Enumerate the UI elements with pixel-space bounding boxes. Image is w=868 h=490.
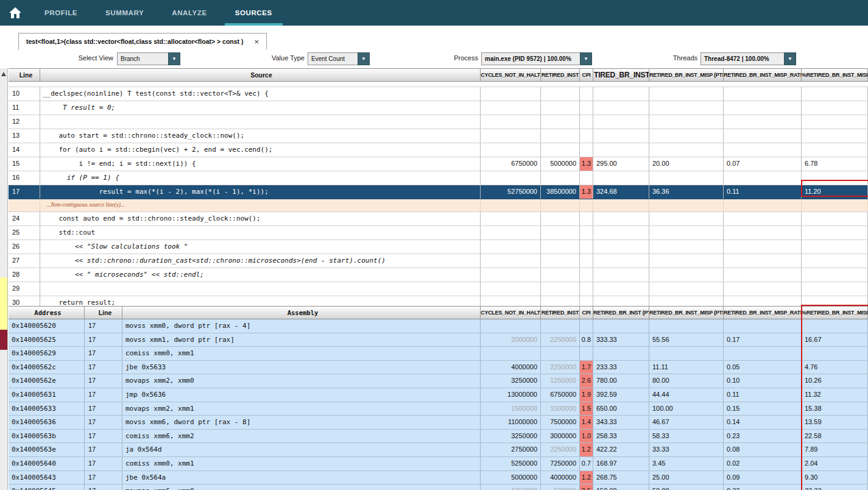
- metric-cell: [580, 199, 593, 211]
- col-header-c-brm[interactable]: RETIRED_BR_INST_MISP (PTI): [649, 69, 724, 82]
- asm-row[interactable]: 0x14000562c17jbe 0x5633400000022500001.7…: [9, 361, 868, 375]
- misp-ratio-value: [724, 347, 802, 360]
- source-row[interactable]: 16 if (P == 1) {: [9, 171, 868, 185]
- misp-pct-value: 33.33: [802, 485, 868, 490]
- col-header-a-addr[interactable]: Address: [9, 307, 85, 319]
- br-inst-value: 268.75: [593, 471, 649, 485]
- chevron-down-icon[interactable]: ▼: [580, 52, 592, 65]
- address-value: 0x14000562c: [9, 361, 85, 374]
- cycles-value: 2000000: [481, 333, 541, 347]
- col-header-c-bri[interactable]: TIRED_BR_INST (P: [593, 69, 649, 82]
- source-row[interactable]: 13 auto start = std::chrono::steady_cloc…: [9, 129, 868, 143]
- home-button[interactable]: [0, 0, 30, 26]
- noncontig-row[interactable]: ...Non-contiguous source line(s)...: [9, 199, 868, 212]
- nav-item-summary[interactable]: SUMMARY: [91, 0, 158, 26]
- nav-item-profile[interactable]: PROFILE: [30, 0, 91, 26]
- source-row[interactable]: 28 << " microseconds" << std::endl;: [9, 268, 868, 282]
- source-row[interactable]: 29: [9, 282, 868, 296]
- br-inst-value: [593, 101, 649, 115]
- line-number: 28: [9, 268, 40, 282]
- asm-row[interactable]: 0x14000564017comiss xmm0, xmm15250000725…: [9, 457, 868, 471]
- source-row[interactable]: 14 for (auto i = std::cbegin(vec) + 2, e…: [9, 143, 868, 157]
- cpi-value: 1.2: [580, 471, 593, 485]
- asm-row[interactable]: 0x14000563617movss xmm6, dword ptr [rax …: [9, 416, 868, 430]
- cycles-value: [481, 101, 541, 115]
- asm-row[interactable]: 0x14000563e17ja 0x564d275000022500001.24…: [9, 443, 868, 457]
- asm-row[interactable]: 0x14000562e17movaps xmm2, xmm03250000125…: [9, 374, 868, 388]
- col-header-c-pct[interactable]: %RETIRED_BR_INST_MISP: [802, 307, 868, 319]
- chevron-down-icon[interactable]: ▼: [168, 52, 180, 65]
- source-row[interactable]: 27 << std::chrono::duration_cast<std::ch…: [9, 254, 868, 268]
- minimap-highlight-yellow: [0, 277, 7, 330]
- col-header-a-asm[interactable]: Assembly: [122, 307, 481, 319]
- source-row[interactable]: 12: [9, 115, 868, 129]
- source-row[interactable]: 10__declspec(noinline) T test(const std:…: [9, 87, 868, 101]
- threads-dropdown[interactable]: Thread-8472 | 100.00% ▼: [700, 52, 796, 65]
- chevron-down-icon[interactable]: ▼: [358, 52, 370, 65]
- cycles-value: 4000000: [481, 361, 541, 374]
- line-number: 29: [9, 282, 40, 296]
- asm-row[interactable]: 0x14000562917comiss xmm0, xmm1: [9, 347, 868, 361]
- source-row[interactable]: 26 << "Slow calculations took ": [9, 240, 868, 254]
- source-tab[interactable]: test<float,1>(class std::vector<float,cl…: [18, 33, 267, 50]
- col-header-c-cpi[interactable]: CPI: [580, 69, 593, 82]
- asm-row[interactable]: 0x14000564317jbe 0x564a500000040000001.2…: [9, 471, 868, 485]
- assembly-instruction: jbe 0x5633: [122, 361, 481, 374]
- col-header-c-ret[interactable]: RETIRED_INST: [541, 307, 580, 319]
- source-row[interactable]: 15 i != end; i = std::next(i)) {67500005…: [9, 157, 868, 171]
- col-header-c-line[interactable]: Line: [9, 69, 40, 82]
- line-number: 17: [85, 416, 122, 429]
- close-icon[interactable]: ×: [255, 38, 259, 46]
- asm-row[interactable]: 0x14000564517movaps xmm6, xmm01250000500…: [9, 485, 868, 490]
- asm-row[interactable]: 0x14000562517movss xmm1, dword ptr [rax]…: [9, 333, 868, 347]
- source-code: auto start = std::chrono::steady_clock::…: [40, 129, 481, 143]
- br-inst-value: [593, 268, 649, 282]
- br-misp-value: [649, 282, 724, 296]
- line-number: 17: [85, 388, 122, 402]
- source-row[interactable]: 25 std::cout: [9, 226, 868, 240]
- cpi-value: [580, 226, 593, 240]
- value-type-value: Event Count: [308, 52, 358, 65]
- value-type-dropdown[interactable]: Event Count ▼: [308, 52, 370, 65]
- source-row[interactable]: 24 const auto end = std::chrono::steady_…: [9, 212, 868, 226]
- source-table: LineSourceCYCLES_NOT_IN_HALTRETIRED_INST…: [9, 68, 868, 310]
- minimap-strip[interactable]: [0, 68, 8, 490]
- col-header-c-rat[interactable]: RETIRED_BR_INST_MISP_RATIO: [724, 69, 802, 82]
- cpi-value: 1.5: [580, 402, 593, 416]
- col-header-c-rat[interactable]: RETIRED_BR_INST_MISP_RATIO: [724, 307, 802, 319]
- asm-row[interactable]: 0x14000563317movaps xmm2, xmm11500000100…: [9, 402, 868, 416]
- br-inst-value: [593, 87, 649, 101]
- process-dropdown[interactable]: main.exe (PID 9572) | 100.00% ▼: [481, 52, 592, 65]
- nav-item-sources[interactable]: SOURCES: [221, 0, 286, 26]
- col-header-c-cyc[interactable]: CYCLES_NOT_IN_HALT: [481, 69, 541, 82]
- cycles-value: [481, 268, 541, 282]
- source-row[interactable]: 17 result = max(*(i - 2), max(*(i - 1), …: [9, 185, 868, 199]
- col-header-c-pct[interactable]: %RETIRED_BR_INST_MISP: [802, 69, 868, 82]
- col-header-c-bri[interactable]: RETIRED_BR_INST (PTI): [593, 307, 649, 319]
- select-view-dropdown[interactable]: Branch ▼: [117, 52, 180, 65]
- col-header-c-cpi[interactable]: CPI: [580, 307, 593, 319]
- cpi-value: 0.7: [580, 457, 593, 470]
- nav-item-analyze[interactable]: ANALYZE: [158, 0, 221, 26]
- col-header-c-cyc[interactable]: CYCLES_NOT_IN_HALT: [481, 307, 541, 319]
- scroll-up-icon[interactable]: [1, 72, 6, 76]
- chevron-down-icon[interactable]: ▼: [784, 52, 796, 65]
- cycles-value: 5000000: [481, 471, 541, 485]
- asm-row[interactable]: 0x14000563b17comiss xmm6, xmm23250000300…: [9, 430, 868, 444]
- misp-ratio-value: [724, 268, 802, 282]
- source-row[interactable]: 11 T result = 0;: [9, 101, 868, 115]
- asm-row[interactable]: 0x14000562017movss xmm0, dword ptr [rax …: [9, 319, 868, 333]
- br-inst-value: [593, 240, 649, 254]
- asm-row[interactable]: 0x14000563117jmp 0x56361300000067500001.…: [9, 388, 868, 402]
- cpi-value: [580, 240, 593, 254]
- col-header-a-line[interactable]: Line: [85, 307, 122, 319]
- misp-pct-value: [802, 347, 868, 360]
- col-header-c-ret[interactable]: RETIRED_INST: [541, 69, 580, 82]
- retired-inst-value: [541, 347, 580, 360]
- metric-cell: [724, 199, 802, 211]
- cycles-value: [481, 129, 541, 143]
- source-code: i != end; i = std::next(i)) {: [40, 157, 481, 171]
- col-header-c-brm[interactable]: RETIRED_BR_INST_MISP (PTI): [649, 307, 724, 319]
- col-header-c-src[interactable]: Source: [40, 69, 481, 82]
- cycles-value: 52750000: [481, 185, 541, 199]
